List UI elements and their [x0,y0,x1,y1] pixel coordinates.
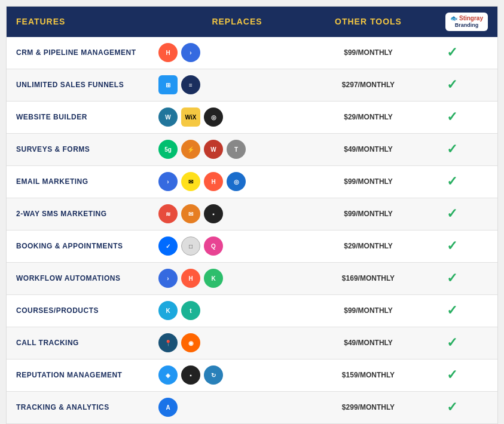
checkmark-icon: ✓ [447,109,457,125]
brand-icon: ◎ [227,172,246,191]
brand-icon: A [158,398,178,417]
brand-icon: W [158,107,178,127]
check-cell: ✓ [416,303,488,318]
feature-name: EMAIL MARKETING [16,177,154,186]
replaces-icons: ≋✉▪ [154,204,320,223]
brand-icon: ◈ [158,365,178,385]
brand-icon: ↻ [204,365,223,385]
table-header: FEATURES REPLACES OTHER TOOLS 🐟 Stingray… [7,7,497,37]
check-cell: ✓ [416,45,488,60]
brand-icon: 📍 [158,333,178,352]
brand-icon: ▪ [181,365,200,385]
brand-icon: ⚡ [181,140,200,159]
price-cell: $169/MONTHLY [320,274,416,282]
check-cell: ✓ [416,206,488,222]
check-cell: ✓ [416,400,488,415]
price-cell: $99/MONTHLY [320,306,416,315]
brand-icon: WiX [181,107,200,127]
check-cell: ✓ [416,367,488,383]
brand-icon: H [204,172,223,191]
brand-icon: ✉ [181,172,200,191]
brand-icon: t [181,301,200,320]
feature-name: BOOKING & APPOINTMENTS [16,242,154,250]
feature-name: WEBSITE BUILDER [16,113,154,121]
replaces-icons: A [154,398,320,417]
price-cell: $99/MONTHLY [320,48,416,57]
brand-icon: T [227,140,246,159]
brand-icon: ≋ [158,204,178,223]
table-row: TRACKING & ANALYTICSA$299/MONTHLY✓ [7,392,497,424]
table-body: CRM & PIPELINE MANAGEMENTH›$99/MONTHLY✓U… [7,37,497,424]
replaces-icons: ⊞≡ [154,75,320,94]
replaces-icons: ◈▪↻ [154,365,320,385]
table-row: SURVEYS & FORMS5g⚡WT$49/MONTHLY✓ [7,134,497,166]
replaces-icons: H› [154,43,320,62]
checkmark-icon: ✓ [447,45,457,60]
brand-icon: ✉ [181,204,200,223]
feature-name: CALL TRACKING [16,339,154,347]
brand-icon: › [158,172,178,191]
replaces-icons: WWiX◎ [154,107,320,127]
table-row: REPUTATION MANAGEMENT◈▪↻$159/MONTHLY✓ [7,360,497,392]
brand-icon: ≡ [181,75,200,94]
header-other-tools-label: OTHER TOOLS [320,17,416,26]
brand-icon: K [158,301,178,320]
header-replaces-label: REPLACES [154,17,320,26]
feature-name: UNLIMITED SALES FUNNELS [16,81,154,89]
checkmark-icon: ✓ [447,335,457,351]
price-cell: $29/MONTHLY [320,242,416,250]
checkmark-icon: ✓ [447,238,457,254]
checkmark-icon: ✓ [447,142,457,157]
checkmark-icon: ✓ [447,400,457,415]
brand-icon: K [204,269,223,288]
feature-name: SURVEYS & FORMS [16,145,154,153]
logo-badge: 🐟 Stingray Branding [445,13,488,31]
table-row: CRM & PIPELINE MANAGEMENTH›$99/MONTHLY✓ [7,37,497,69]
check-cell: ✓ [416,238,488,254]
check-cell: ✓ [416,174,488,189]
feature-name: REPUTATION MANAGEMENT [16,371,154,379]
brand-icon: □ [181,236,200,256]
checkmark-icon: ✓ [447,367,457,383]
check-cell: ✓ [416,271,488,286]
brand-icon: › [158,269,178,288]
price-cell: $29/MONTHLY [320,113,416,121]
feature-name: 2-WAY SMS MARKETING [16,210,154,218]
price-cell: $99/MONTHLY [320,177,416,186]
brand-icon: ▪ [204,204,223,223]
checkmark-icon: ✓ [447,303,457,318]
logo-branding: Branding [450,22,483,29]
brand-icon: ✓ [158,236,178,256]
replaces-icons: 📍◉ [154,333,320,352]
brand-icon: › [181,43,200,62]
table-row: COURSES/PRODUCTSKt$99/MONTHLY✓ [7,295,497,327]
check-cell: ✓ [416,335,488,351]
check-cell: ✓ [416,142,488,157]
checkmark-icon: ✓ [447,77,457,93]
replaces-icons: ›HK [154,269,320,288]
header-logo: 🐟 Stingray Branding [416,13,488,31]
price-cell: $99/MONTHLY [320,210,416,218]
price-cell: $299/MONTHLY [320,403,416,411]
brand-icon: ⊞ [158,75,178,94]
replaces-icons: ›✉H◎ [154,172,320,191]
table-row: EMAIL MARKETING›✉H◎$99/MONTHLY✓ [7,166,497,198]
check-cell: ✓ [416,109,488,125]
replaces-icons: Kt [154,301,320,320]
price-cell: $49/MONTHLY [320,145,416,153]
feature-name: WORKFLOW AUTOMATIONS [16,274,154,282]
logo-stingray: 🐟 Stingray [450,15,483,22]
replaces-icons: 5g⚡WT [154,140,320,159]
brand-icon: ◉ [181,333,200,352]
price-cell: $297/MONTHLY [320,81,416,89]
comparison-table: FEATURES REPLACES OTHER TOOLS 🐟 Stingray… [6,6,498,424]
brand-icon: ◎ [204,107,223,127]
brand-icon: Q [204,236,223,256]
price-cell: $49/MONTHLY [320,339,416,347]
feature-name: TRACKING & ANALYTICS [16,403,154,411]
feature-name: COURSES/PRODUCTS [16,306,154,315]
brand-icon: W [204,140,223,159]
replaces-icons: ✓□Q [154,236,320,256]
brand-icon: H [158,43,178,62]
table-row: CALL TRACKING📍◉$49/MONTHLY✓ [7,327,497,360]
